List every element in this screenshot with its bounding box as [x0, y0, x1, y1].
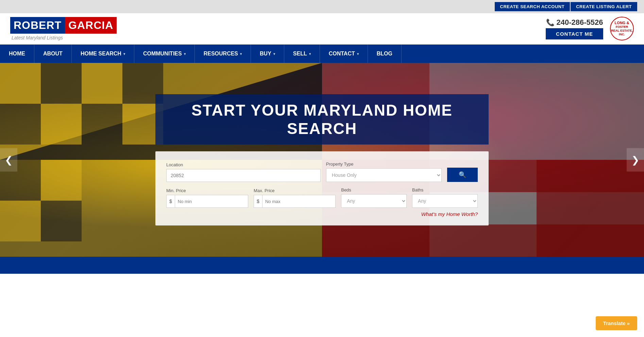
- search-row-2: Min. Price $ Max. Price $ Beds: [166, 187, 478, 208]
- beds-select[interactable]: Any 1+ 2+ 3+ 4+ 5+: [341, 194, 407, 208]
- nav: HOME ABOUT HOME SEARCH ▾ COMMUNITIES ▾ R…: [0, 45, 644, 63]
- logo-robert: ROBERT: [10, 17, 65, 34]
- top-bar: CREATE SEARCH ACCOUNT CREATE LISTING ALE…: [0, 0, 644, 13]
- baths-label: Baths: [412, 187, 478, 192]
- logo-text: ROBERT GARCIA: [10, 17, 117, 34]
- nav-communities-label: COMMUNITIES: [143, 51, 182, 57]
- brand-logo-line3: REAL ESTATE, INC.: [611, 29, 633, 36]
- nav-sell[interactable]: SELL ▾: [284, 45, 320, 63]
- max-price-symbol: $: [254, 195, 262, 207]
- phone-number-text: 240-286-5526: [557, 18, 603, 27]
- property-type-group: Property Type House Only Condo Townhouse…: [326, 162, 442, 182]
- location-label: Location: [166, 162, 321, 167]
- min-price-symbol: $: [167, 195, 175, 207]
- header-right: 📞 240-286-5526 CONTACT ME LONG & FOSTER …: [546, 17, 634, 40]
- bottom-bar: [0, 257, 644, 274]
- communities-arrow-icon: ▾: [184, 52, 186, 56]
- hero-next-button[interactable]: ❯: [627, 148, 644, 172]
- create-listing-alert-button[interactable]: CREATE LISTING ALERT: [571, 2, 637, 11]
- svg-rect-5: [82, 63, 122, 104]
- hero-title: START YOUR MARYLAND HOME SEARCH: [172, 101, 472, 138]
- buy-arrow-icon: ▾: [273, 52, 275, 56]
- baths-select[interactable]: Any 1+ 2+ 3+ 4+: [412, 194, 478, 208]
- svg-rect-20: [41, 160, 82, 201]
- nav-home-search-label: HOME SEARCH: [81, 51, 121, 57]
- create-search-account-button[interactable]: CREATE SEARCH ACCOUNT: [495, 2, 570, 11]
- svg-rect-21: [0, 201, 41, 241]
- beds-label: Beds: [341, 187, 407, 192]
- svg-rect-9: [82, 104, 122, 145]
- max-price-input[interactable]: [262, 196, 335, 207]
- beds-group: Beds Any 1+ 2+ 3+ 4+ 5+: [341, 187, 407, 208]
- brand-logo-inner: LONG & FOSTER REAL ESTATE, INC.: [611, 21, 633, 36]
- nav-buy[interactable]: BUY ▾: [251, 45, 284, 63]
- search-button[interactable]: 🔍: [447, 168, 478, 182]
- whats-worth-area: What's my Home Worth?: [166, 211, 478, 217]
- location-group: Location: [166, 162, 321, 182]
- nav-about[interactable]: ABOUT: [34, 45, 72, 63]
- nav-buy-label: BUY: [260, 51, 271, 57]
- hero-prev-button[interactable]: ❮: [0, 148, 17, 172]
- location-input[interactable]: [166, 169, 321, 182]
- nav-home[interactable]: HOME: [0, 45, 34, 63]
- min-price-input-wrap: $: [166, 195, 248, 208]
- contact-arrow-icon: ▾: [357, 52, 359, 56]
- hero-title-box: START YOUR MARYLAND HOME SEARCH: [155, 94, 489, 145]
- header: ROBERT GARCIA Latest Maryland Listings 📞…: [0, 13, 644, 45]
- nav-about-label: ABOUT: [43, 51, 63, 57]
- svg-rect-22: [41, 201, 82, 241]
- max-price-group: Max. Price $: [254, 188, 336, 208]
- nav-sell-label: SELL: [293, 51, 307, 57]
- brand-logo: LONG & FOSTER REAL ESTATE, INC.: [610, 17, 634, 40]
- resources-arrow-icon: ▾: [240, 52, 242, 56]
- brand-logo-line2: FOSTER: [611, 25, 633, 29]
- property-type-label: Property Type: [326, 162, 442, 167]
- min-price-label: Min. Price: [166, 188, 248, 193]
- svg-rect-8: [41, 104, 82, 145]
- nav-resources[interactable]: RESOURCES ▾: [195, 45, 251, 63]
- svg-rect-15: [537, 160, 644, 257]
- whats-worth-link[interactable]: What's my Home Worth?: [421, 211, 478, 217]
- hero-content: START YOUR MARYLAND HOME SEARCH Location…: [155, 94, 489, 225]
- hero-section: ❮ START YOUR MARYLAND HOME SEARCH Locati…: [0, 63, 644, 257]
- nav-home-search[interactable]: HOME SEARCH ▾: [72, 45, 134, 63]
- phone-number: 📞 240-286-5526: [546, 18, 603, 27]
- search-row-1: Location Property Type House Only Condo …: [166, 161, 478, 182]
- baths-group: Baths Any 1+ 2+ 3+ 4+: [412, 187, 478, 208]
- svg-rect-7: [0, 104, 41, 145]
- svg-rect-3: [0, 63, 41, 104]
- nav-communities[interactable]: COMMUNITIES ▾: [134, 45, 195, 63]
- logo-area[interactable]: ROBERT GARCIA Latest Maryland Listings: [10, 17, 117, 40]
- nav-blog[interactable]: BLOG: [368, 45, 402, 63]
- logo-subtitle: Latest Maryland Listings: [10, 35, 117, 40]
- nav-blog-label: BLOG: [377, 51, 392, 57]
- max-price-input-wrap: $: [254, 195, 336, 208]
- logo-garcia: GARCIA: [65, 17, 117, 34]
- max-price-label: Max. Price: [254, 188, 336, 193]
- home-search-arrow-icon: ▾: [123, 52, 125, 56]
- nav-contact-label: CONTACT: [329, 51, 355, 57]
- nav-home-label: HOME: [9, 51, 25, 57]
- property-type-select[interactable]: House Only Condo Townhouse Land Multi-Fa…: [326, 168, 442, 182]
- phone-icon: 📞: [546, 18, 555, 27]
- svg-rect-4: [41, 63, 82, 104]
- search-form: Location Property Type House Only Condo …: [155, 151, 489, 225]
- contact-me-button[interactable]: CONTACT ME: [546, 28, 603, 39]
- search-icon: 🔍: [459, 171, 466, 179]
- sell-arrow-icon: ▾: [309, 52, 311, 56]
- nav-resources-label: RESOURCES: [204, 51, 238, 57]
- min-price-group: Min. Price $: [166, 188, 248, 208]
- brand-logo-top: LONG &: [611, 21, 633, 25]
- nav-contact[interactable]: CONTACT ▾: [320, 45, 368, 63]
- min-price-input[interactable]: [175, 196, 248, 207]
- phone-area: 📞 240-286-5526 CONTACT ME: [546, 18, 603, 39]
